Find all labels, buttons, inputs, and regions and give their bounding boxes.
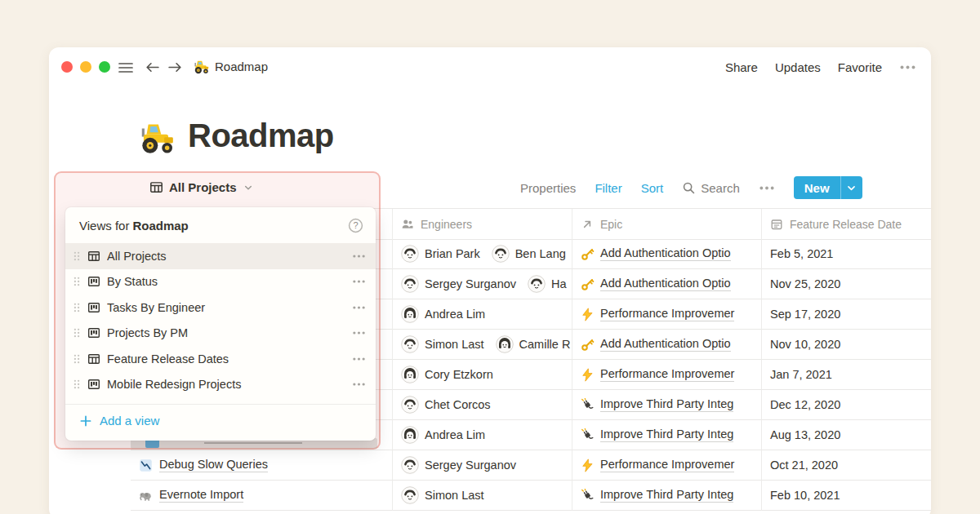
epic-cell[interactable]: Improve Third Party Integ [572,481,761,511]
project-page-link[interactable]: Debug Slow Queries [159,458,268,472]
engineer-chip[interactable]: Sergey Surganov [401,275,516,293]
engineer-chip[interactable]: Andrea Lim [401,305,485,323]
favorite-button[interactable]: Favorite [838,60,882,74]
epic-cell[interactable]: Performance Improvemer [572,299,761,330]
table-icon [87,250,100,263]
sort-button[interactable]: Sort [641,181,664,195]
column-header-engineers[interactable]: Engineers [392,209,572,240]
engineers-cell[interactable]: Simon Last [392,481,572,511]
engineers-cell[interactable]: Simon LastCamille R [392,330,572,360]
close-window-icon[interactable] [61,61,73,73]
new-button[interactable]: New [794,176,862,199]
engineer-chip[interactable]: Cory Etzkorn [401,366,493,383]
epic-cell[interactable]: Add Authentication Optio [572,269,761,299]
engineer-chip[interactable]: Andrea Lim [401,426,485,444]
project-page-link[interactable]: Evernote Import [159,488,243,503]
engineers-cell[interactable]: Sergey SurganovHa [392,269,572,299]
filter-button[interactable]: Filter [595,181,621,195]
view-item-more-icon[interactable] [352,382,366,387]
epic-page-link[interactable]: Performance Improvemer [600,367,734,382]
view-item-all-projects[interactable]: All Projects [65,243,376,269]
minimize-window-icon[interactable] [80,61,91,73]
engineer-chip[interactable]: Chet Corcos [401,396,491,414]
view-item-more-icon[interactable] [352,254,366,259]
view-item-feature-release-dates[interactable]: Feature Release Dates [65,346,376,372]
epic-page-link[interactable]: Performance Improvemer [600,458,734,472]
release-date-cell[interactable]: Nov 25, 2020 [761,269,931,299]
drag-handle-icon[interactable] [73,250,81,262]
epic-page-link[interactable]: Performance Improvemer [600,307,734,321]
new-button-chevron-down-icon[interactable] [841,176,862,199]
breadcrumb[interactable]: Roadmap [215,60,268,73]
avatar [401,305,419,323]
drag-handle-icon[interactable] [73,379,81,390]
view-item-more-icon[interactable] [352,279,366,284]
epic-page-link[interactable]: Add Authentication Optio [600,246,731,261]
view-item-projects-by-pm[interactable]: Projects By PM [65,321,376,347]
release-date-cell[interactable]: Jan 7, 2021 [761,360,931,390]
epic-cell[interactable]: Add Authentication Optio [572,239,761,269]
properties-button[interactable]: Properties [520,181,576,195]
engineer-chip[interactable]: Sergey Surganov [401,456,516,474]
release-date-cell[interactable]: Aug 13, 2020 [761,420,931,450]
epic-page-link[interactable]: Improve Third Party Integ [600,488,733,503]
table-view-icon [149,180,163,194]
release-date-cell[interactable]: Dec 12, 2020 [761,390,931,420]
share-button[interactable]: Share [725,60,758,74]
epic-cell[interactable]: Add Authentication Optio [572,330,761,360]
epic-page-link[interactable]: Improve Third Party Integ [600,397,733,412]
view-selector-button[interactable]: All Projects [149,180,254,194]
project-name-cell[interactable]: Debug Slow Queries [131,450,392,481]
engineer-name: Simon Last [425,489,484,502]
release-date-cell[interactable]: Sep 17, 2020 [761,299,931,330]
epic-cell[interactable]: Improve Third Party Integ [572,390,761,420]
release-date-cell[interactable]: Feb 10, 2021 [761,481,931,511]
zoom-window-icon[interactable] [99,61,110,73]
engineer-chip[interactable]: Brian Park [401,245,480,263]
more-options-icon[interactable] [899,64,916,70]
engineers-cell[interactable]: Cory Etzkorn [392,360,572,390]
column-header-epic[interactable]: Epic [572,209,761,240]
project-name-cell[interactable]: Evernote Import [131,481,392,511]
column-header-feature-release-date[interactable]: Feature Release Date [761,209,931,240]
updates-button[interactable]: Updates [775,60,821,74]
release-date-cell[interactable]: Nov 10, 2020 [761,330,931,360]
epic-cell[interactable]: Improve Third Party Integ [572,420,761,450]
drag-handle-icon[interactable] [73,276,81,287]
drag-handle-icon[interactable] [73,327,81,339]
forward-arrow-icon[interactable] [167,60,184,74]
engineer-chip[interactable]: Camille R [496,335,571,353]
view-item-tasks-by-engineer[interactable]: Tasks By Engineer [65,295,376,321]
release-date-cell[interactable]: Feb 5, 2021 [761,239,931,269]
view-item-more-icon[interactable] [352,357,366,361]
epic-page-link[interactable]: Add Authentication Optio [600,277,731,291]
engineer-chip[interactable]: Ha [528,275,567,293]
epic-cell[interactable]: Performance Improvemer [572,450,761,481]
drag-handle-icon[interactable] [73,353,81,365]
release-date-cell[interactable]: Oct 21, 2020 [761,450,931,481]
toolbar-more-icon[interactable] [759,185,775,191]
hamburger-menu-icon[interactable] [118,62,133,73]
page-tractor-icon[interactable] [137,119,175,157]
epic-cell[interactable]: Performance Improvemer [572,360,761,390]
epic-page-link[interactable]: Improve Third Party Integ [600,428,733,442]
view-item-more-icon[interactable] [352,305,366,310]
engineer-chip[interactable]: Ben Lang [492,245,566,263]
engineers-cell[interactable]: Andrea Lim [392,299,572,330]
engineers-cell[interactable]: Brian ParkBen Lang [392,239,572,269]
view-item-mobile-redesign-projects[interactable]: Mobile Redesign Projects [65,372,376,398]
engineers-cell[interactable]: Chet Corcos [392,390,572,420]
new-button-label[interactable]: New [794,176,840,199]
engineer-chip[interactable]: Simon Last [401,486,484,504]
search-button[interactable]: Search [682,181,740,195]
help-question-icon[interactable]: ? [348,218,363,233]
epic-page-link[interactable]: Add Authentication Optio [600,337,731,352]
back-arrow-icon[interactable] [144,60,161,74]
engineers-cell[interactable]: Andrea Lim [392,420,572,450]
add-view-button[interactable]: Add a view [65,405,376,428]
engineer-chip[interactable]: Simon Last [401,335,484,353]
drag-handle-icon[interactable] [73,302,81,313]
engineers-cell[interactable]: Sergey Surganov [392,450,572,481]
view-item-by-status[interactable]: By Status [65,269,376,295]
view-item-more-icon[interactable] [352,330,366,335]
